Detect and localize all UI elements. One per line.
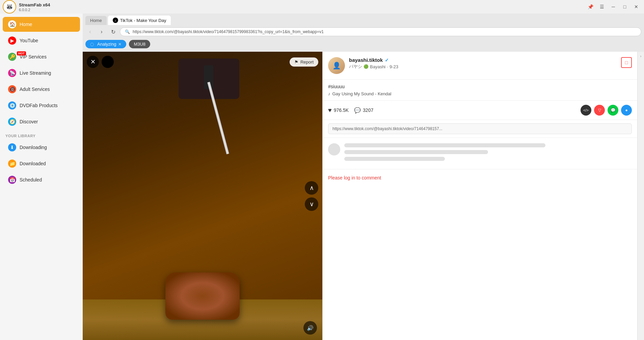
home-icon: 🏠 bbox=[8, 20, 16, 28]
creator-display-name: バヤシ bbox=[349, 64, 362, 70]
action-blue-button[interactable]: ● bbox=[621, 105, 632, 116]
share-url-text[interactable]: https://www.tiktok.com/@bayashi.tiktok/v… bbox=[328, 123, 632, 134]
likes-count: ♥ 976.5K bbox=[328, 107, 349, 114]
sidebar-youtube-label: YouTube bbox=[20, 38, 38, 43]
titlebar-controls: 📌 ☰ ─ □ ✕ bbox=[585, 3, 641, 11]
volume-button[interactable]: 🔊 bbox=[303, 321, 317, 335]
creator-username: bayashi.tiktok bbox=[349, 57, 383, 63]
browser-chrome: Home ♪ TikTok - Make Your Day ‹ › ↻ 🔍 ht… bbox=[83, 14, 644, 52]
video-overlay-top: ✕ ♪ ⚑ Report bbox=[87, 56, 318, 68]
prev-video-button[interactable]: ∧ bbox=[305, 181, 318, 195]
analyzing-label: Analyzing bbox=[97, 42, 116, 47]
comments-value: 3207 bbox=[363, 107, 373, 113]
separator: · bbox=[387, 64, 388, 69]
video-meta: #siuuuu ♪ Gay Using My Sound - Kendal bbox=[323, 80, 637, 101]
save-button[interactable]: □ bbox=[621, 57, 632, 68]
browser-nav: ‹ › ↻ 🔍 https://www.tiktok.com/@bayashi.… bbox=[85, 27, 641, 37]
analyzing-close-icon[interactable]: ✕ bbox=[118, 42, 122, 47]
app-info: StreamFab x64 6.0.0.2 bbox=[19, 2, 50, 12]
discover-icon: 🧭 bbox=[8, 118, 16, 126]
tab-home[interactable]: Home bbox=[85, 16, 107, 25]
comment-loading-lines bbox=[344, 143, 632, 164]
forward-button[interactable]: › bbox=[97, 27, 106, 37]
spinner-icon: ◌ bbox=[90, 42, 94, 47]
save-icon: □ bbox=[625, 60, 628, 65]
green-dot-icon: 🟢 bbox=[364, 64, 369, 69]
action-icons: </> ▽ 💬 ● bbox=[581, 105, 632, 116]
maximize-button[interactable]: □ bbox=[620, 3, 630, 11]
url-bar[interactable]: 🔍 https://www.tiktok.com/@bayashi.tiktok… bbox=[120, 27, 641, 36]
sidebar-item-downloaded[interactable]: 📁 Downloaded bbox=[3, 156, 80, 171]
dvd-icon: 💿 bbox=[8, 101, 16, 110]
report-button[interactable]: ⚑ Report bbox=[290, 57, 318, 67]
video-player: ✕ ♪ ⚑ Report ∧ ∨ 🔊 bbox=[83, 52, 322, 340]
tiktok-logo-badge: ♪ bbox=[102, 56, 114, 68]
m3u8-button[interactable]: M3U8 bbox=[129, 40, 150, 48]
comment-avatar-placeholder bbox=[328, 143, 340, 155]
sidebar-live-label: Live Streaming bbox=[20, 70, 51, 76]
video-thumbnail bbox=[83, 52, 322, 340]
downloaded-icon: 📁 bbox=[8, 160, 16, 168]
minimize-button[interactable]: ─ bbox=[608, 3, 618, 11]
library-header: YOUR LIBRARY bbox=[0, 130, 83, 139]
sidebar-item-live[interactable]: 📡 Live Streaming bbox=[3, 66, 80, 80]
close-video-button[interactable]: ✕ bbox=[87, 56, 99, 68]
right-edge-panel[interactable]: › bbox=[637, 52, 644, 340]
analyzing-button[interactable]: ◌ Analyzing ✕ bbox=[85, 40, 126, 48]
sidebar: 🏠 Home ▶ YouTube 🔑 VIP Services HOT 📡 Li… bbox=[0, 14, 83, 340]
creator-details: bayashi.tiktok ✓ バヤシ 🟢 Bayashi · 9-23 bbox=[349, 57, 617, 70]
refresh-button[interactable]: ↻ bbox=[108, 27, 118, 37]
sidebar-item-dvd[interactable]: 💿 DVDFab Products bbox=[3, 98, 80, 113]
login-prompt-text[interactable]: Please log in to comment bbox=[328, 175, 381, 180]
url-share: https://www.tiktok.com/@bayashi.tiktok/v… bbox=[323, 120, 637, 138]
tab-tiktok[interactable]: ♪ TikTok - Make Your Day bbox=[108, 16, 171, 25]
music-note-icon: ♪ bbox=[328, 91, 330, 96]
volume-icon: 🔊 bbox=[307, 325, 314, 331]
creator-name-row: bayashi.tiktok ✓ bbox=[349, 57, 617, 63]
browser-tabs: Home ♪ TikTok - Make Your Day bbox=[85, 16, 641, 25]
video-nav-right: ∧ ∨ bbox=[305, 181, 318, 211]
sidebar-item-downloading[interactable]: ⬇ Downloading bbox=[3, 140, 80, 155]
app-name: StreamFab x64 bbox=[19, 2, 50, 7]
action-green-button[interactable]: 💬 bbox=[608, 105, 618, 116]
titlebar: 🦝 StreamFab x64 6.0.0.2 📌 ☰ ─ □ ✕ bbox=[0, 0, 644, 14]
likes-value: 976.5K bbox=[334, 107, 349, 113]
sidebar-downloaded-label: Downloaded bbox=[20, 161, 46, 166]
sidebar-item-home[interactable]: 🏠 Home bbox=[3, 17, 80, 32]
flag-icon: ⚑ bbox=[294, 59, 298, 65]
comment-icon: 💬 bbox=[354, 107, 361, 114]
youtube-icon: ▶ bbox=[8, 37, 16, 45]
action-red-button[interactable]: ▽ bbox=[594, 105, 605, 116]
code-share-button[interactable]: </> bbox=[581, 105, 591, 116]
verified-icon: ✓ bbox=[385, 57, 389, 63]
hot-badge: HOT bbox=[17, 51, 26, 55]
menu-button[interactable]: ☰ bbox=[597, 3, 607, 11]
back-button[interactable]: ‹ bbox=[85, 27, 95, 37]
report-label: Report bbox=[300, 59, 314, 65]
right-panel: 👤 bayashi.tiktok ✓ バヤシ 🟢 Bayashi · 9-23 bbox=[322, 52, 637, 340]
pin-button[interactable]: 📌 bbox=[585, 3, 595, 11]
main-container: 🏠 Home ▶ YouTube 🔑 VIP Services HOT 📡 Li… bbox=[0, 14, 644, 340]
sidebar-item-youtube[interactable]: ▶ YouTube bbox=[3, 33, 80, 48]
sound-name: Gay Using My Sound - Kendal bbox=[332, 91, 392, 96]
scheduled-icon: 📅 bbox=[8, 176, 16, 184]
comment-line-3 bbox=[344, 157, 445, 161]
close-button[interactable]: ✕ bbox=[631, 3, 641, 11]
creator-date: 9-23 bbox=[390, 64, 398, 69]
search-icon: 🔍 bbox=[125, 29, 130, 34]
browser-toolbar: ◌ Analyzing ✕ M3U8 bbox=[85, 39, 641, 50]
adult-icon: 🔞 bbox=[8, 85, 16, 93]
sidebar-item-adult[interactable]: 🔞 Adult Services bbox=[3, 82, 80, 97]
hashtag-text: #siuuuu bbox=[328, 84, 632, 89]
sidebar-home-label: Home bbox=[20, 22, 32, 27]
sidebar-item-vip[interactable]: 🔑 VIP Services HOT bbox=[3, 49, 80, 64]
sidebar-discover-label: Discover bbox=[20, 119, 38, 124]
sidebar-item-scheduled[interactable]: 📅 Scheduled bbox=[3, 172, 80, 187]
titlebar-left: 🦝 StreamFab x64 6.0.0.2 bbox=[3, 0, 50, 14]
logo-emoji: 🦝 bbox=[6, 3, 13, 10]
engagement-bar: ♥ 976.5K 💬 3207 </> ▽ 💬 ● bbox=[323, 101, 637, 120]
comment-line-2 bbox=[344, 150, 488, 154]
next-video-button[interactable]: ∨ bbox=[305, 197, 318, 211]
creator-platform: Bayashi bbox=[370, 64, 385, 69]
sidebar-item-discover[interactable]: 🧭 Discover bbox=[3, 114, 80, 129]
